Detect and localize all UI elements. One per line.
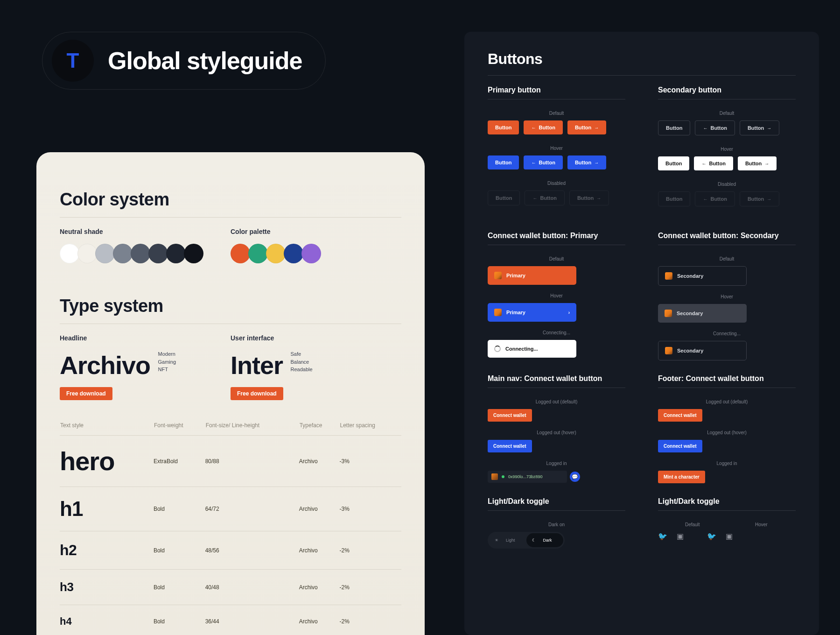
primary-button-disabled-left-arrow: ←Button <box>525 190 564 205</box>
social-icons-default: 🐦 ▣ <box>658 532 684 541</box>
chat-icon[interactable]: 💬 <box>570 472 580 482</box>
primary-button-left-arrow[interactable]: ←Button <box>524 120 562 134</box>
table-row: h4Bold36/44Archivo-2% <box>60 605 401 635</box>
primary-button[interactable]: Button <box>488 120 519 134</box>
metamask-icon <box>494 272 502 279</box>
primary-button-label: Primary button <box>488 86 625 99</box>
state-logged-in: Logged in <box>488 461 625 466</box>
arrow-left-icon: ← <box>531 160 536 165</box>
secondary-button-hover-left-arrow[interactable]: ←Button <box>694 156 733 170</box>
metamask-icon <box>665 310 672 317</box>
swatch <box>95 244 115 263</box>
secondary-button-hover-right-arrow[interactable]: Button→ <box>738 156 777 170</box>
swatch <box>148 244 168 263</box>
wallet-primary-default[interactable]: Primary <box>488 266 576 285</box>
inter-download-button[interactable]: Free download <box>231 387 283 400</box>
page-title: Global styleguide <box>108 47 302 75</box>
type-table: Text styleFont-weightFont-size/ Line-hei… <box>60 422 401 635</box>
toggle-title: Light/Dark toggle <box>658 497 796 511</box>
divider <box>488 75 796 76</box>
primary-button-hover[interactable]: Button <box>488 155 519 169</box>
theme-toggle[interactable]: ☀ Light ☾ Dark <box>488 532 565 549</box>
wallet-secondary-title: Connect wallet button: Secondary <box>658 232 796 245</box>
arrow-left-icon: ← <box>703 197 707 202</box>
arrow-right-icon: → <box>594 160 599 165</box>
twitter-icon[interactable]: 🐦 <box>707 532 716 541</box>
page-header: T Global styleguide <box>42 32 326 90</box>
archivo-name: Archivo <box>60 351 150 380</box>
state-logged-out-default: Logged out (default) <box>488 399 625 404</box>
secondary-button-disabled: Button <box>658 191 690 206</box>
buttons-title: Buttons <box>488 50 796 68</box>
status-dot-icon <box>502 475 504 478</box>
footer-wallet-title: Footer: Connect wallet button <box>658 374 796 388</box>
state-logged-out-default: Logged out (default) <box>658 399 796 404</box>
arrow-left-icon: ← <box>532 196 537 201</box>
wallet-primary-title: Connect wallet button: Primary <box>488 232 625 245</box>
twitter-icon[interactable]: 🐦 <box>658 532 667 541</box>
state-dark-on: Dark on <box>488 522 625 527</box>
linkedin-icon[interactable]: ▣ <box>677 532 684 541</box>
metamask-icon <box>665 347 672 354</box>
state-logged-out-hover: Logged out (hover) <box>658 430 796 435</box>
color-palette-label: Color palette <box>231 228 401 235</box>
archivo-download-button[interactable]: Free download <box>60 387 112 400</box>
table-row: h3Bold40/48Archivo-2% <box>60 570 401 605</box>
state-default: Default <box>488 111 625 116</box>
connect-wallet-button-hover[interactable]: Connect wallet <box>488 440 532 452</box>
primary-button-hover-left-arrow[interactable]: ←Button <box>524 155 562 169</box>
color-system-title: Color system <box>60 190 401 210</box>
state-default: Default <box>658 522 727 527</box>
secondary-button-disabled-right-arrow: Button→ <box>740 191 779 206</box>
state-hover: Hover <box>658 147 796 152</box>
linkedin-icon[interactable]: ▣ <box>726 532 733 541</box>
secondary-button[interactable]: Button <box>658 120 690 135</box>
wallet-secondary-hover[interactable]: Secondary <box>658 304 747 323</box>
spinner-icon <box>494 346 501 352</box>
swatch <box>184 244 203 263</box>
wallet-secondary-connecting: Secondary <box>658 341 747 360</box>
primary-button-disabled: Button <box>488 190 520 205</box>
arrow-right-icon: → <box>767 126 771 131</box>
connect-wallet-button-hover[interactable]: Connect wallet <box>658 440 702 452</box>
type-system-title: Type system <box>60 296 401 316</box>
swatch <box>301 244 321 263</box>
neutral-shade-label: Neutral shade <box>60 228 231 235</box>
toggle-light[interactable]: ☀ Light <box>489 533 526 547</box>
table-row: h2Bold48/56Archivo-2% <box>60 531 401 570</box>
secondary-button-label: Secondary button <box>658 86 796 99</box>
social-icons-hover: 🐦 ▣ <box>707 532 733 541</box>
chevron-right-icon: › <box>568 310 570 315</box>
state-hover: Hover <box>488 293 625 298</box>
metamask-icon <box>665 272 672 280</box>
primary-button-right-arrow[interactable]: Button→ <box>567 120 606 134</box>
swatch <box>166 244 186 263</box>
connect-wallet-button[interactable]: Connect wallet <box>488 409 532 422</box>
nav-wallet-title: Main nav: Connect wallet button <box>488 374 625 388</box>
secondary-button-left-arrow[interactable]: ←Button <box>695 120 735 135</box>
secondary-button-right-arrow[interactable]: Button→ <box>740 120 779 135</box>
arrow-left-icon: ← <box>531 125 536 130</box>
swatch <box>231 244 250 263</box>
table-header: Font-size/ Line-height <box>205 422 299 436</box>
state-connecting: Connecting... <box>658 331 796 336</box>
swatch <box>284 244 303 263</box>
arrow-right-icon: → <box>594 125 599 130</box>
neutral-swatches <box>60 244 231 263</box>
connect-wallet-button[interactable]: Connect wallet <box>658 409 702 422</box>
wallet-secondary-default[interactable]: Secondary <box>658 266 747 286</box>
state-hover: Hover <box>658 294 796 299</box>
arrow-left-icon: ← <box>701 161 706 166</box>
mint-character-button[interactable]: Mint a character <box>658 471 705 483</box>
swatch <box>60 244 79 263</box>
wallet-primary-hover[interactable]: Primary› <box>488 303 576 322</box>
wallet-address[interactable]: 0x990lo...73bz890 <box>488 471 567 483</box>
swatch <box>113 244 133 263</box>
secondary-button-hover[interactable]: Button <box>658 156 689 170</box>
badge-letter: T <box>52 40 94 82</box>
toggle-dark[interactable]: ☾ Dark <box>526 533 563 547</box>
state-connecting: Connecting... <box>488 330 625 335</box>
primary-button-hover-right-arrow[interactable]: Button→ <box>567 155 606 169</box>
headline-label: Headline <box>60 334 231 342</box>
arrow-left-icon: ← <box>703 126 707 131</box>
